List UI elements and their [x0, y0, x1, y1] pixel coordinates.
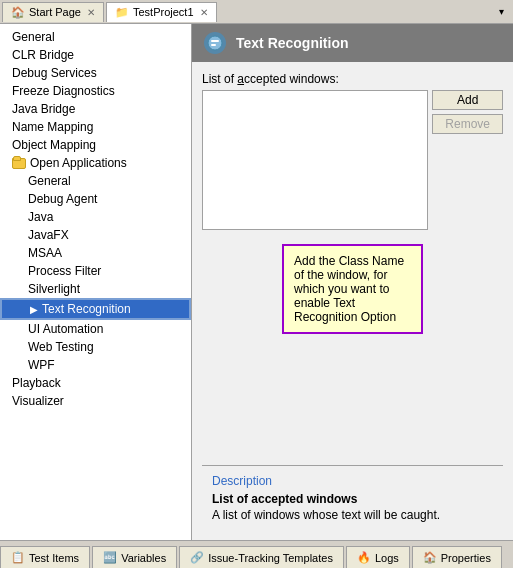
sidebar-item-general[interactable]: General — [0, 28, 191, 46]
sidebar-process-filter-label: Process Filter — [28, 264, 101, 278]
content-header: Text Recognition — [192, 24, 513, 62]
main-area: General CLR Bridge Debug Services Freeze… — [0, 24, 513, 540]
sidebar-general2-label: General — [28, 174, 71, 188]
sidebar-item-java[interactable]: Java — [0, 208, 191, 226]
sidebar-item-wpf[interactable]: WPF — [0, 356, 191, 374]
sidebar-object-mapping-label: Object Mapping — [12, 138, 96, 152]
tab-scroll-button[interactable]: ▾ — [491, 2, 511, 22]
sidebar-item-web-testing[interactable]: Web Testing — [0, 338, 191, 356]
sidebar-clr-bridge-label: CLR Bridge — [12, 48, 74, 62]
tooltip-box: Add the Class Name of the window, for wh… — [282, 244, 423, 334]
tab-start-page-close[interactable]: ✕ — [87, 7, 95, 18]
sidebar-ui-automation-label: UI Automation — [28, 322, 103, 336]
svg-rect-1 — [211, 40, 219, 42]
content-area: Text Recognition List of accepted window… — [192, 24, 513, 540]
add-button[interactable]: Add — [432, 90, 503, 110]
start-page-icon: 🏠 — [11, 6, 25, 19]
sidebar-item-silverlight[interactable]: Silverlight — [0, 280, 191, 298]
button-column: Add Remove — [432, 90, 503, 230]
content-body: List of accepted windows: Add Remove Add — [192, 62, 513, 540]
sidebar-item-javafx[interactable]: JavaFX — [0, 226, 191, 244]
sidebar-item-ui-automation[interactable]: UI Automation — [0, 320, 191, 338]
sidebar-text-recognition-label: Text Recognition — [42, 302, 131, 316]
title-bar: 🏠 Start Page ✕ 📁 TestProject1 ✕ ▾ — [0, 0, 513, 24]
description-text: A list of windows whose text will be cau… — [212, 508, 493, 522]
description-section-title: Description — [212, 474, 493, 488]
sidebar: General CLR Bridge Debug Services Freeze… — [0, 24, 192, 540]
project-icon: 📁 — [115, 6, 129, 19]
sidebar-playback-label: Playback — [12, 376, 61, 390]
sidebar-item-clr-bridge[interactable]: CLR Bridge — [0, 46, 191, 64]
bottom-tab-issue-tracking[interactable]: 🔗 Issue-Tracking Templates — [179, 546, 344, 568]
test-items-icon: 📋 — [11, 551, 25, 564]
tab-testproject1-close[interactable]: ✕ — [200, 7, 208, 18]
sidebar-general-label: General — [12, 30, 55, 44]
bottom-tab-issue-tracking-label: Issue-Tracking Templates — [208, 552, 333, 564]
sidebar-item-visualizer[interactable]: Visualizer — [0, 392, 191, 410]
sidebar-item-debug-agent[interactable]: Debug Agent — [0, 190, 191, 208]
bottom-tab-properties-label: Properties — [441, 552, 491, 564]
tab-testproject1-label: TestProject1 — [133, 6, 194, 18]
list-accepted-windows-label: List of accepted windows: — [202, 72, 503, 86]
bottom-tab-properties[interactable]: 🏠 Properties — [412, 546, 502, 568]
sidebar-java-label: Java — [28, 210, 53, 224]
bottom-tab-test-items-label: Test Items — [29, 552, 79, 564]
sidebar-msaa-label: MSAA — [28, 246, 62, 260]
sidebar-debug-services-label: Debug Services — [12, 66, 97, 80]
sidebar-item-msaa[interactable]: MSAA — [0, 244, 191, 262]
bottom-bar: 📋 Test Items 🔤 Variables 🔗 Issue-Trackin… — [0, 540, 513, 568]
bottom-tab-logs[interactable]: 🔥 Logs — [346, 546, 410, 568]
sidebar-javafx-label: JavaFX — [28, 228, 69, 242]
sidebar-item-name-mapping[interactable]: Name Mapping — [0, 118, 191, 136]
svg-rect-2 — [211, 44, 216, 46]
sidebar-item-freeze-diagnostics[interactable]: Freeze Diagnostics — [0, 82, 191, 100]
folder-icon — [12, 158, 26, 169]
sidebar-open-applications-label: Open Applications — [30, 156, 127, 170]
sidebar-item-general2[interactable]: General — [0, 172, 191, 190]
sidebar-item-open-applications[interactable]: Open Applications — [0, 154, 191, 172]
accepted-windows-listbox[interactable] — [202, 90, 428, 230]
sidebar-item-debug-services[interactable]: Debug Services — [0, 64, 191, 82]
text-recognition-svg — [207, 35, 223, 51]
sidebar-item-playback[interactable]: Playback — [0, 374, 191, 392]
sidebar-java-bridge-label: Java Bridge — [12, 102, 75, 116]
tooltip-text: Add the Class Name of the window, for wh… — [294, 254, 404, 324]
sidebar-item-process-filter[interactable]: Process Filter — [0, 262, 191, 280]
remove-button[interactable]: Remove — [432, 114, 503, 134]
bottom-tab-variables[interactable]: 🔤 Variables — [92, 546, 177, 568]
sidebar-freeze-diagnostics-label: Freeze Diagnostics — [12, 84, 115, 98]
description-area: Description List of accepted windows A l… — [202, 465, 503, 530]
sidebar-web-testing-label: Web Testing — [28, 340, 94, 354]
tab-start-page-label: Start Page — [29, 6, 81, 18]
properties-icon: 🏠 — [423, 551, 437, 564]
tab-start-page[interactable]: 🏠 Start Page ✕ — [2, 2, 104, 22]
sidebar-item-object-mapping[interactable]: Object Mapping — [0, 136, 191, 154]
upper-content: List of accepted windows: Add Remove Add — [202, 72, 503, 465]
content-header-title: Text Recognition — [236, 35, 349, 51]
sidebar-debug-agent-label: Debug Agent — [28, 192, 97, 206]
issue-tracking-icon: 🔗 — [190, 551, 204, 564]
sidebar-silverlight-label: Silverlight — [28, 282, 80, 296]
sidebar-visualizer-label: Visualizer — [12, 394, 64, 408]
active-arrow-icon: ▶ — [30, 304, 38, 315]
bottom-tab-variables-label: Variables — [121, 552, 166, 564]
svg-point-0 — [208, 36, 222, 50]
text-recognition-icon — [204, 32, 226, 54]
list-and-buttons: Add Remove — [202, 90, 503, 230]
sidebar-item-java-bridge[interactable]: Java Bridge — [0, 100, 191, 118]
bottom-tab-logs-label: Logs — [375, 552, 399, 564]
bottom-tab-test-items[interactable]: 📋 Test Items — [0, 546, 90, 568]
description-heading: List of accepted windows — [212, 492, 493, 506]
sidebar-item-text-recognition[interactable]: ▶ Text Recognition — [0, 298, 191, 320]
sidebar-name-mapping-label: Name Mapping — [12, 120, 93, 134]
logs-icon: 🔥 — [357, 551, 371, 564]
variables-icon: 🔤 — [103, 551, 117, 564]
tab-testproject1[interactable]: 📁 TestProject1 ✕ — [106, 2, 217, 22]
sidebar-wpf-label: WPF — [28, 358, 55, 372]
